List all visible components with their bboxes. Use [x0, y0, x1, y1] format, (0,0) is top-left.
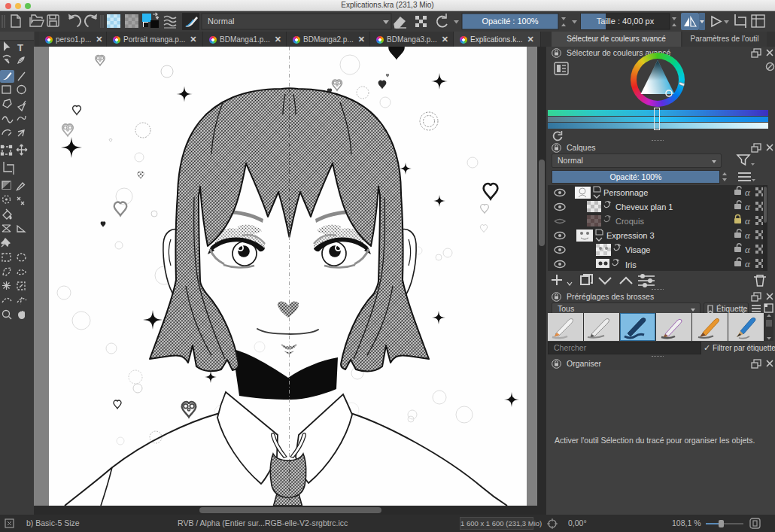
- svg-text:T: T: [17, 42, 23, 53]
- svg-text:Normal: Normal: [208, 17, 234, 26]
- svg-text:Iris: Iris: [625, 260, 637, 269]
- svg-text:Personnage: Personnage: [603, 188, 648, 197]
- svg-text:Visage: Visage: [625, 245, 650, 254]
- svg-text:Cheveux plan 1: Cheveux plan 1: [615, 202, 673, 211]
- svg-text:Opacité : 100%: Opacité : 100%: [482, 17, 538, 26]
- svg-text:Taille : 40,00 px: Taille : 40,00 px: [597, 17, 655, 26]
- svg-text:Croquis: Croquis: [615, 217, 644, 226]
- svg-text:Expression 3: Expression 3: [606, 231, 655, 240]
